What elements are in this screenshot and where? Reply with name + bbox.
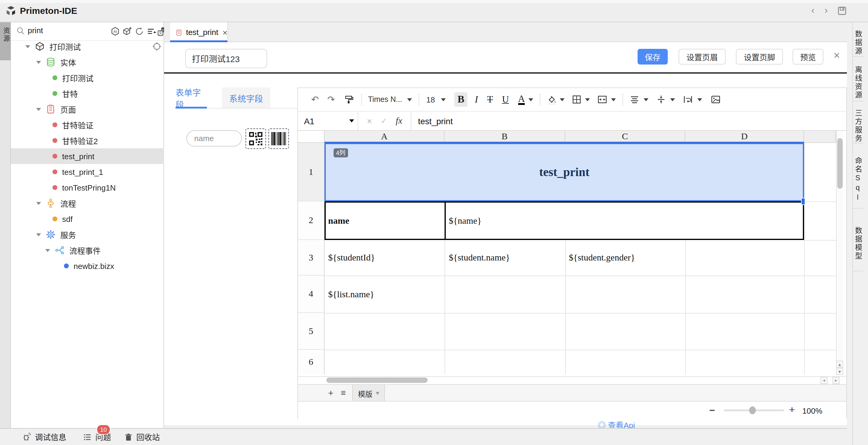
tab-system-fields[interactable]: 系统字段 — [222, 88, 270, 108]
font-color-dropdown-icon[interactable] — [529, 98, 533, 101]
sheet-tab-dropdown-icon[interactable] — [375, 392, 379, 395]
template-title-input[interactable] — [185, 49, 267, 68]
cell-a3[interactable]: ${studentId} — [328, 240, 375, 276]
tree-item-entity[interactable]: 打印测试 — [11, 70, 164, 86]
underline-button[interactable]: U — [502, 94, 509, 105]
tree-item-biz-file[interactable]: newbiz.bizx — [11, 258, 164, 274]
row-header-2[interactable]: 2 — [298, 201, 324, 240]
debug-info-button[interactable]: 调试信息 — [22, 429, 66, 445]
undo-icon[interactable]: ↶ — [311, 94, 319, 105]
expand-arrow-icon[interactable] — [45, 249, 50, 252]
formula-cancel-icon[interactable]: × — [367, 116, 372, 126]
expand-arrow-icon[interactable] — [36, 233, 41, 236]
column-header-b[interactable]: B — [444, 131, 565, 143]
horizontal-align-button[interactable] — [630, 95, 640, 104]
tree-item-page[interactable]: tonTestPring1N — [11, 180, 164, 195]
tree-item-flow-events[interactable]: 流程事件 — [11, 243, 164, 258]
function-fx-icon[interactable]: fx — [396, 116, 402, 126]
borders-button[interactable] — [572, 95, 582, 104]
vertical-align-button[interactable] — [657, 95, 666, 104]
new-model-icon[interactable] — [122, 27, 132, 36]
sheet-list-icon[interactable]: ≡ — [341, 388, 346, 398]
formula-input[interactable]: test_print — [411, 112, 846, 130]
borders-dropdown-icon[interactable] — [585, 98, 590, 101]
qrcode-field-button[interactable] — [246, 128, 266, 149]
scroll-up-button[interactable]: ▲ — [836, 360, 843, 368]
font-size-dropdown-icon[interactable] — [441, 98, 446, 101]
scroll-left-button[interactable]: ◂ — [820, 377, 828, 384]
zoom-out-icon[interactable]: − — [709, 405, 715, 416]
tree-item-page-selected[interactable]: test_print — [11, 148, 164, 164]
italic-button[interactable]: I — [475, 94, 478, 105]
selected-merged-cell-a1[interactable]: test_print 4列 — [324, 143, 804, 201]
column-header-extra[interactable] — [804, 131, 836, 143]
format-painter-icon[interactable] — [344, 95, 354, 104]
rail-tab-data-source[interactable]: 数据源 — [853, 22, 863, 57]
nav-forward-icon[interactable]: › — [825, 5, 828, 15]
row-header-3[interactable]: 3 — [298, 240, 324, 276]
search-input[interactable] — [27, 25, 101, 36]
strikethrough-button[interactable]: T — [487, 94, 493, 105]
expand-arrow-icon[interactable] — [36, 108, 41, 110]
tree-item-flow[interactable]: sdf — [11, 211, 164, 227]
text-wrap-dropdown-icon[interactable] — [698, 98, 703, 101]
column-header-c[interactable]: C — [565, 131, 685, 143]
selection-fill-handle[interactable] — [801, 198, 805, 205]
column-header-a[interactable]: A — [324, 131, 444, 143]
cell-a4[interactable]: ${list.name} — [328, 276, 374, 313]
row-header-6[interactable]: 6 — [298, 350, 324, 375]
barcode-field-button[interactable] — [269, 128, 289, 149]
refresh-icon[interactable] — [134, 27, 144, 36]
set-page-footer-button[interactable]: 设置页脚 — [736, 49, 783, 65]
text-wrap-button[interactable] — [683, 95, 693, 104]
rail-tab-offline-resources[interactable]: 离线资源 — [853, 57, 863, 101]
editor-close-icon[interactable]: × — [834, 50, 840, 61]
merge-cells-button[interactable] — [597, 95, 608, 104]
preview-button[interactable]: 预览 — [793, 49, 824, 65]
horizontal-align-dropdown-icon[interactable] — [644, 98, 649, 101]
save-button[interactable]: 保存 — [638, 49, 668, 65]
column-header-d[interactable]: D — [685, 131, 804, 143]
vertical-align-dropdown-icon[interactable] — [671, 98, 675, 101]
tab-close-icon[interactable]: × — [223, 28, 227, 36]
save-icon[interactable] — [837, 6, 847, 16]
cell-reference-box[interactable]: A1 — [298, 112, 358, 130]
tab-test-print[interactable]: test_print × — [170, 22, 228, 42]
tab-form-fields[interactable]: 表单字段 — [176, 88, 207, 108]
font-family-dropdown-icon[interactable] — [407, 98, 412, 101]
scroll-down-button[interactable]: ▼ — [836, 368, 843, 375]
nav-back-icon[interactable]: ‹ — [811, 5, 815, 15]
expand-arrow-icon[interactable] — [36, 202, 41, 205]
redo-icon[interactable]: ↷ — [327, 94, 335, 105]
row-header-4[interactable]: 4 — [298, 276, 324, 313]
sheet-tab-template[interactable]: 模版 — [352, 385, 385, 402]
locate-target-icon[interactable] — [152, 42, 162, 51]
rail-tab-resources[interactable]: 资源 — [0, 22, 11, 60]
tree-item-project[interactable]: 打印测试 — [11, 39, 164, 54]
fill-color-button[interactable] — [548, 95, 557, 104]
row-header-5[interactable]: 5 — [298, 313, 324, 350]
font-color-button[interactable]: A — [518, 94, 525, 105]
field-chip-name[interactable]: name — [186, 130, 242, 147]
cell-reference-dropdown-icon[interactable] — [349, 119, 354, 122]
bold-button[interactable]: B — [454, 92, 467, 107]
tree-item-page[interactable]: 甘特验证 — [11, 117, 164, 133]
horizontal-scrollbar-thumb[interactable] — [326, 378, 428, 383]
tree-item-entities[interactable]: 实体 — [11, 54, 164, 70]
rail-tab-named-sql[interactable]: 命名Sql — [853, 144, 863, 209]
zoom-slider-thumb[interactable] — [749, 406, 756, 414]
add-sheet-button[interactable]: + — [328, 388, 334, 398]
rail-tab-third-party-services[interactable]: 三方服务 — [853, 101, 863, 144]
cell-a2[interactable]: name — [328, 201, 349, 240]
rail-tab-data-model[interactable]: 数据模型 — [853, 209, 863, 271]
tree-item-services[interactable]: 服务 — [11, 227, 164, 243]
cell-b3[interactable]: ${student.name} — [449, 240, 510, 276]
font-size-select[interactable]: 18 — [426, 95, 435, 104]
tree-item-page[interactable]: 甘特验证2 — [11, 133, 164, 148]
expand-arrow-icon[interactable] — [25, 45, 30, 48]
formula-confirm-icon[interactable]: ✓ — [381, 116, 387, 125]
merge-cells-dropdown-icon[interactable] — [611, 98, 616, 101]
row-header-1[interactable]: 1 — [298, 143, 324, 201]
sort-filter-icon[interactable] — [147, 27, 156, 36]
grid-corner-cell[interactable] — [298, 131, 324, 143]
